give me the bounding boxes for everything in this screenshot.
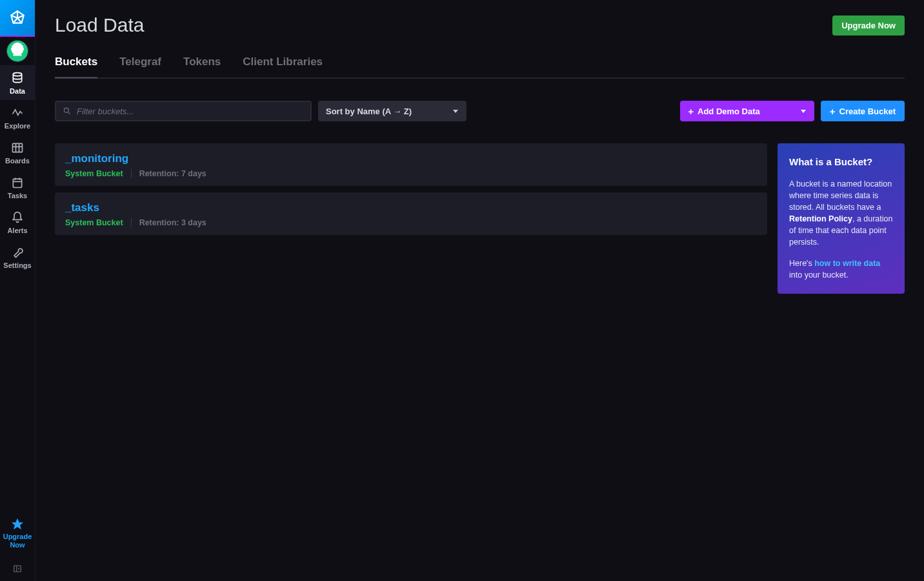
nav-upgrade-label: Upgrade Now [3, 533, 32, 549]
tab-libraries[interactable]: Client Libraries [243, 56, 323, 77]
bucket-retention: Retention: 3 days [139, 218, 206, 227]
main-content: Load Data Upgrade Now Buckets Telegraf T… [35, 0, 924, 581]
nav-label: Explore [5, 122, 30, 130]
app-logo[interactable] [0, 0, 35, 36]
database-icon [11, 72, 24, 85]
nav-item-alerts[interactable]: Alerts [0, 205, 35, 240]
info-paragraph-2: Here's how to write data into your bucke… [789, 258, 893, 281]
nav-upgrade[interactable]: Upgrade Now [0, 513, 35, 557]
plus-icon: + [830, 107, 836, 116]
explore-icon [11, 107, 24, 119]
wrench-icon [11, 246, 24, 259]
svg-marker-21 [453, 110, 458, 113]
create-bucket-button[interactable]: + Create Bucket [821, 101, 905, 121]
sort-dropdown[interactable]: Sort by Name (A → Z) [318, 101, 467, 121]
bucket-list: _monitoring System Bucket Retention: 7 d… [55, 143, 767, 235]
tab-telegraf[interactable]: Telegraf [119, 56, 161, 77]
nav-item-boards[interactable]: Boards [0, 135, 35, 170]
bucket-name[interactable]: _tasks [65, 201, 757, 214]
svg-line-4 [14, 18, 18, 23]
nav-label: Boards [5, 157, 30, 165]
svg-marker-22 [801, 110, 806, 113]
filter-buckets-input[interactable] [77, 107, 304, 116]
bucket-card[interactable]: _tasks System Bucket Retention: 3 days [55, 192, 767, 235]
svg-line-20 [68, 112, 70, 114]
add-demo-data-button[interactable]: + Add Demo Data [680, 101, 814, 121]
divider [131, 218, 132, 227]
svg-point-6 [15, 47, 20, 52]
nav-item-data[interactable]: Data [0, 65, 35, 100]
nav-label: Data [10, 87, 25, 95]
upgrade-now-button[interactable]: Upgrade Now [832, 15, 905, 36]
sidebar: Data Explore Boards Tasks Alerts Setting… [0, 0, 35, 581]
nav-label: Alerts [7, 227, 27, 234]
svg-rect-12 [13, 179, 21, 187]
bucket-name[interactable]: _monitoring [65, 152, 757, 165]
sort-label: Sort by Name (A → Z) [326, 107, 412, 116]
info-panel: What is a Bucket? A bucket is a named lo… [778, 143, 905, 294]
nav-collapse[interactable] [0, 556, 35, 581]
tab-tokens[interactable]: Tokens [183, 56, 221, 77]
info-paragraph-1: A bucket is a named location where time … [789, 178, 893, 249]
chevron-down-icon [452, 108, 459, 114]
how-to-write-data-link[interactable]: how to write data [814, 259, 880, 268]
tab-buckets[interactable]: Buckets [55, 56, 97, 77]
svg-line-5 [17, 18, 22, 23]
svg-point-19 [64, 108, 68, 112]
boards-icon [11, 141, 24, 154]
svg-rect-8 [13, 143, 23, 152]
collapse-icon [12, 564, 23, 574]
plus-icon: + [688, 107, 694, 116]
nav-label: Tasks [8, 192, 27, 199]
tabs: Buckets Telegraf Tokens Client Libraries [55, 56, 905, 79]
user-avatar[interactable] [0, 36, 35, 65]
star-icon [10, 517, 25, 531]
bell-icon [11, 211, 24, 224]
nav-label: Settings [3, 261, 31, 269]
nav-item-tasks[interactable]: Tasks [0, 170, 35, 205]
search-icon [63, 107, 72, 116]
calendar-icon [11, 176, 24, 189]
info-title: What is a Bucket? [789, 155, 893, 169]
page-title: Load Data [55, 14, 144, 36]
nav-item-settings[interactable]: Settings [0, 240, 35, 274]
svg-marker-16 [12, 518, 23, 529]
chevron-down-icon [800, 108, 807, 114]
nav-item-explore[interactable]: Explore [0, 100, 35, 135]
bucket-badge: System Bucket [65, 218, 123, 227]
svg-point-7 [13, 73, 21, 76]
bucket-retention: Retention: 7 days [139, 169, 206, 178]
filter-buckets-wrapper [55, 101, 312, 121]
bucket-card[interactable]: _monitoring System Bucket Retention: 7 d… [55, 143, 767, 186]
divider [131, 169, 132, 178]
bucket-badge: System Bucket [65, 169, 123, 178]
svg-rect-17 [14, 566, 21, 571]
